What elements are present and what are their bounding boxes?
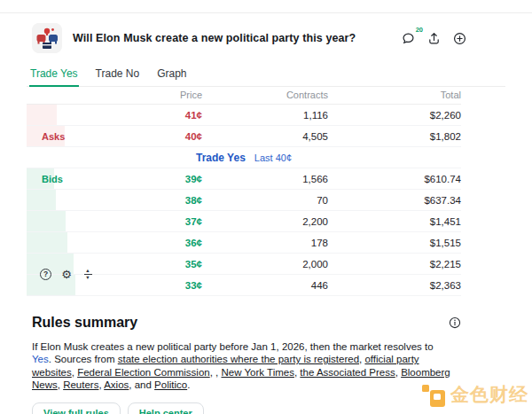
market-title: Will Elon Musk create a new political pa… [73, 32, 356, 44]
bid-total: $2,215 [328, 259, 461, 269]
view-full-rules-button[interactable]: View full rules [32, 402, 121, 414]
rules-link[interactable]: Reuters [63, 379, 98, 390]
help-icon[interactable]: ? [40, 269, 51, 280]
top-divider [0, 12, 532, 13]
rules-head: Rules summary [32, 315, 505, 331]
total-column-header: Total [328, 90, 461, 100]
tab-trade-no[interactable]: Trade No [95, 66, 141, 86]
order-book-header: Price Contracts Total [27, 85, 461, 105]
bid-contracts: 178 [202, 238, 328, 248]
watermark-logo-icon [422, 383, 446, 407]
rules-summary-title: Rules summary [32, 315, 137, 331]
share-icon[interactable] [426, 31, 441, 45]
rules-link[interactable]: Federal Election Commission [77, 367, 210, 378]
bid-row[interactable]: 37¢2,200$1,451 [27, 211, 461, 232]
political-party-avatar-art [32, 23, 62, 53]
bid-row[interactable]: 36¢178$1,515 [27, 232, 461, 254]
ask-price: 41¢ [160, 110, 202, 121]
ask-depth-bar [27, 105, 57, 125]
ask-price: 40¢ [160, 131, 202, 142]
bid-price: 39¢ [160, 174, 202, 184]
last-price-label: Last 40¢ [254, 152, 292, 163]
bid-price: 35¢ [160, 259, 202, 269]
rules-link[interactable]: Axios [104, 379, 129, 390]
asks-section: 41¢1,116$2,260Asks40¢4,505$1,802 [27, 105, 461, 147]
bid-price: 36¢ [160, 238, 202, 248]
collapse-spread-icon[interactable]: ▴▾ [82, 268, 94, 280]
rules-text-segment: If Elon Musk creates a new political par… [32, 341, 434, 352]
bid-contracts: 2,200 [202, 216, 328, 227]
bid-price: 33¢ [160, 280, 202, 291]
ask-row[interactable]: 41¢1,116$2,260 [27, 105, 461, 126]
bid-total: $637.34 [328, 195, 461, 206]
bid-depth-bar [27, 211, 66, 231]
market-avatar [32, 23, 62, 53]
bid-contracts: 70 [202, 195, 328, 206]
spread-row: Trade Yes Last 40¢ [27, 147, 461, 168]
bid-contracts: 2,000 [202, 259, 328, 269]
rules-link[interactable]: New York Times [221, 367, 293, 378]
rules-text-segment: . [187, 379, 190, 390]
bid-total: $2,363 [328, 280, 461, 291]
bid-price: 37¢ [160, 216, 202, 227]
tab-bar: Trade YesTrade NoGraph [27, 66, 505, 87]
rules-link[interactable]: state election authorities where the par… [118, 354, 359, 364]
ask-total: $2,260 [328, 110, 461, 121]
bid-depth-bar [27, 190, 56, 210]
price-column-header: Price [160, 90, 202, 100]
bid-price: 38¢ [160, 195, 202, 206]
rules-link[interactable]: Politico [154, 379, 187, 390]
tab-graph[interactable]: Graph [156, 66, 187, 86]
watermark: 金色财经 [422, 382, 528, 407]
order-book: Price Contracts Total 41¢1,116$2,260Asks… [27, 85, 461, 296]
bid-contracts: 446 [202, 280, 328, 291]
bid-total: $1,451 [328, 216, 461, 227]
rules-text-segment: , and [129, 379, 154, 390]
order-book-tools: ? ⚙ ▴▾ [40, 268, 94, 280]
header-actions: 20 [401, 31, 466, 45]
rules-text: If Elon Musk creates a new political par… [32, 340, 450, 391]
rules-link[interactable]: the Associated Press [300, 367, 395, 378]
trade-yes-label[interactable]: Trade Yes [196, 152, 246, 164]
info-icon[interactable] [449, 316, 461, 329]
market-header: Will Elon Musk create a new political pa… [32, 22, 505, 54]
ask-contracts: 4,505 [202, 131, 328, 142]
bids-section-label: Bids [27, 174, 160, 184]
rules-text-segment: . Sources from [49, 354, 118, 364]
comment-count-badge: 20 [416, 26, 423, 34]
bid-row[interactable]: Bids39¢1,566$610.74 [27, 168, 461, 190]
bid-contracts: 1,566 [202, 174, 328, 184]
comment-icon[interactable]: 20 [401, 31, 415, 45]
contracts-column-header: Contracts [202, 90, 328, 100]
help-center-button[interactable]: Help center [128, 402, 204, 414]
ask-total: $1,802 [328, 131, 461, 142]
tab-trade-yes[interactable]: Trade Yes [29, 66, 79, 87]
rules-text-segment: , , [210, 367, 222, 378]
bid-total: $1,515 [328, 238, 461, 248]
bid-depth-bar [27, 232, 67, 253]
watermark-text: 金色财经 [450, 382, 528, 407]
ask-contracts: 1,116 [202, 110, 328, 121]
bid-total: $610.74 [328, 174, 461, 184]
gear-icon[interactable]: ⚙ [60, 268, 73, 280]
ask-row[interactable]: Asks40¢4,505$1,802 [27, 126, 461, 147]
bid-row[interactable]: 38¢70$637.34 [27, 190, 461, 211]
asks-section-label: Asks [27, 131, 160, 142]
rules-resolve-value: Yes [32, 354, 49, 364]
plus-circle-icon[interactable] [452, 31, 466, 45]
